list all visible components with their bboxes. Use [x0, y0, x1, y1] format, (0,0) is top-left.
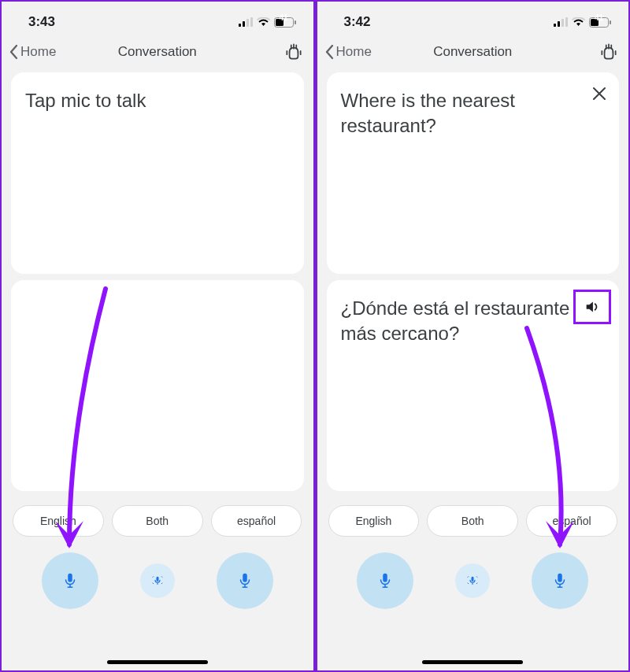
back-button[interactable]: Home — [324, 44, 372, 60]
home-indicator — [107, 660, 208, 664]
source-text: Tap mic to talk — [25, 88, 290, 113]
source-text-card[interactable]: Where is the nearest restaurant? — [327, 72, 620, 274]
battery-percent: 41 — [279, 13, 287, 22]
translation-card[interactable]: ¿Dónde está el restaurante más cercano? — [327, 280, 620, 491]
phone-left: 3:43 41 Home Conversation Tap mic to tal… — [2, 2, 313, 670]
translation-card[interactable] — [11, 280, 304, 491]
back-label: Home — [336, 44, 372, 60]
status-icons: 41 — [554, 17, 611, 28]
speaker-icon — [584, 298, 601, 316]
chip-source-lang[interactable]: English — [328, 505, 420, 537]
status-icons: 41 — [239, 17, 296, 28]
home-indicator — [422, 660, 523, 664]
chip-source-lang[interactable]: English — [13, 505, 104, 537]
chip-both[interactable]: Both — [112, 505, 203, 537]
svg-rect-7 — [554, 24, 556, 27]
face-to-face-icon[interactable] — [598, 42, 619, 62]
mic-auto-button[interactable] — [140, 563, 175, 598]
source-text: Where is the nearest restaurant? — [341, 88, 606, 139]
mic-row — [317, 537, 629, 609]
chevron-left-icon — [8, 44, 19, 60]
svg-rect-6 — [295, 20, 296, 24]
microphone-icon — [376, 572, 394, 589]
wifi-icon — [257, 17, 270, 27]
nav-bar: Home Conversation — [317, 36, 629, 68]
signal-icon — [554, 17, 568, 27]
status-time: 3:43 — [28, 14, 55, 30]
language-chips: English Both español — [2, 491, 313, 537]
microphone-auto-icon — [465, 574, 480, 588]
translation-text: ¿Dónde está el restaurante más cercano? — [341, 296, 606, 347]
svg-rect-1 — [243, 21, 245, 27]
source-text-card[interactable]: Tap mic to talk — [11, 72, 304, 274]
battery-percent: 41 — [595, 13, 603, 22]
back-label: Home — [20, 44, 56, 60]
mic-target-button[interactable] — [217, 552, 273, 609]
mic-row — [2, 537, 313, 609]
mic-source-button[interactable] — [357, 552, 413, 609]
svg-rect-10 — [565, 17, 568, 27]
svg-rect-2 — [246, 19, 249, 27]
language-chips: English Both español — [317, 491, 629, 537]
svg-rect-13 — [610, 20, 611, 24]
chip-target-lang[interactable]: español — [211, 505, 302, 537]
face-to-face-icon[interactable] — [284, 42, 304, 62]
svg-rect-9 — [561, 19, 564, 27]
svg-rect-3 — [250, 17, 253, 27]
status-bar: 3:43 41 — [2, 2, 313, 36]
nav-bar: Home Conversation — [2, 36, 313, 68]
svg-rect-8 — [558, 21, 560, 27]
mic-auto-button[interactable] — [455, 563, 490, 598]
back-button[interactable]: Home — [8, 44, 56, 60]
mic-target-button[interactable] — [532, 552, 588, 609]
mic-source-button[interactable] — [42, 552, 98, 609]
microphone-icon — [236, 572, 254, 589]
microphone-auto-icon — [150, 574, 165, 588]
status-bar: 3:42 41 — [317, 2, 629, 36]
microphone-icon — [551, 572, 569, 589]
microphone-icon — [61, 572, 79, 589]
wifi-icon — [572, 17, 585, 27]
phone-right: 3:42 41 Home Conversation Where is the n… — [317, 2, 629, 670]
chip-target-lang[interactable]: español — [526, 505, 617, 537]
speaker-button-highlighted[interactable] — [573, 290, 611, 324]
clear-text-button[interactable] — [592, 87, 606, 101]
svg-rect-0 — [239, 24, 241, 27]
signal-icon — [239, 17, 253, 27]
status-time: 3:42 — [344, 14, 371, 30]
chevron-left-icon — [324, 44, 335, 60]
close-icon — [592, 87, 606, 101]
chip-both[interactable]: Both — [427, 505, 518, 537]
